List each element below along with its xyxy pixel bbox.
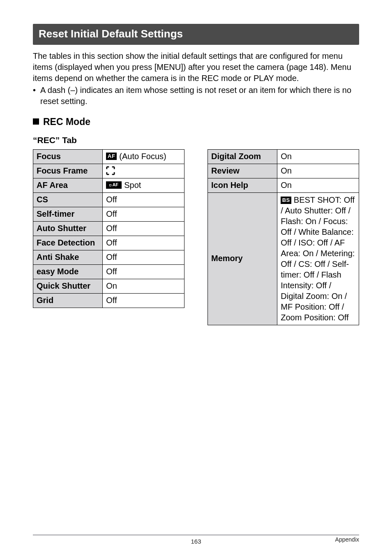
row-value: Off: [103, 207, 184, 221]
row-label: Anti Shake: [33, 250, 103, 264]
row-label: Grid: [33, 293, 103, 308]
rec-tab-heading: “REC” Tab: [33, 135, 359, 146]
spot-af-icon: AF: [106, 181, 122, 189]
row-value: AF Spot: [103, 178, 184, 192]
left-table: Focus AF (Auto Focus) Focus Frame: [33, 149, 184, 308]
appendix-label: Appendix: [335, 536, 359, 544]
row-value: On: [103, 279, 184, 293]
rec-mode-heading-label: REC Mode: [43, 116, 90, 128]
bs-icon: BS: [281, 197, 291, 204]
row-label: Focus Frame: [33, 164, 103, 178]
rec-mode-heading: REC Mode: [33, 116, 359, 128]
row-value: Off: [103, 250, 184, 264]
spot-square-icon: [109, 184, 111, 186]
table-row: Memory BS BEST SHOT: Off / Auto Shutter:…: [208, 192, 359, 325]
spot-af-text: AF: [112, 182, 118, 188]
row-value: On: [277, 164, 359, 178]
row-label: Auto Shutter: [33, 221, 103, 236]
row-value: Off: [103, 293, 184, 308]
row-value: AF (Auto Focus): [103, 149, 184, 164]
page-footer: 163 Appendix: [33, 535, 359, 546]
row-label: Self-timer: [33, 207, 103, 221]
row-value: Off: [103, 221, 184, 236]
table-row: Face Detection Off: [33, 236, 184, 250]
bullet-text: A dash (–) indicates an item whose setti…: [40, 85, 359, 107]
memory-value-text: BEST SHOT: Off / Auto Shutter: Off / Fla…: [281, 195, 355, 322]
row-label: Digital Zoom: [208, 149, 277, 164]
table-row: Icon Help On: [208, 178, 359, 192]
row-label: easy Mode: [33, 264, 103, 279]
table-row: Quick Shutter On: [33, 279, 184, 293]
row-value-text: (Auto Focus): [119, 151, 166, 162]
bullet-item: • A dash (–) indicates an item whose set…: [33, 85, 359, 107]
bullet-dot: •: [33, 85, 40, 107]
row-value: [103, 164, 184, 178]
row-label: Quick Shutter: [33, 279, 103, 293]
row-value: Off: [103, 264, 184, 279]
table-row: Self-timer Off: [33, 207, 184, 221]
table-row: CS Off: [33, 192, 184, 207]
row-value-text: Spot: [124, 180, 141, 190]
table-row: Digital Zoom On: [208, 149, 359, 164]
row-value: BS BEST SHOT: Off / Auto Shutter: Off / …: [277, 192, 359, 325]
black-square-icon: [33, 118, 39, 125]
table-row: Grid Off: [33, 293, 184, 308]
row-label: AF Area: [33, 178, 103, 192]
table-row: Focus Frame: [33, 164, 184, 178]
table-row: Anti Shake Off: [33, 250, 184, 264]
focus-frame-icon: [106, 166, 115, 175]
row-label: CS: [33, 192, 103, 207]
table-row: Focus AF (Auto Focus): [33, 149, 184, 164]
row-value: Off: [103, 192, 184, 207]
right-table: Digital Zoom On Review On Icon Help On M…: [208, 149, 359, 325]
row-value: On: [277, 149, 359, 164]
section-title-bar: Reset Initial Default Settings: [33, 24, 359, 45]
row-label: Icon Help: [208, 178, 277, 192]
row-label: Review: [208, 164, 277, 178]
row-label: Memory: [208, 192, 277, 325]
row-value: On: [277, 178, 359, 192]
row-label: Face Detection: [33, 236, 103, 250]
table-row: easy Mode Off: [33, 264, 184, 279]
table-row: AF Area AF Spot: [33, 178, 184, 192]
page-number: 163: [191, 538, 201, 546]
row-value: Off: [103, 236, 184, 250]
table-row: Review On: [208, 164, 359, 178]
af-icon: AF: [106, 153, 117, 160]
intro-text: The tables in this section show the init…: [33, 51, 359, 84]
table-row: Auto Shutter Off: [33, 221, 184, 236]
row-label: Focus: [33, 149, 103, 164]
